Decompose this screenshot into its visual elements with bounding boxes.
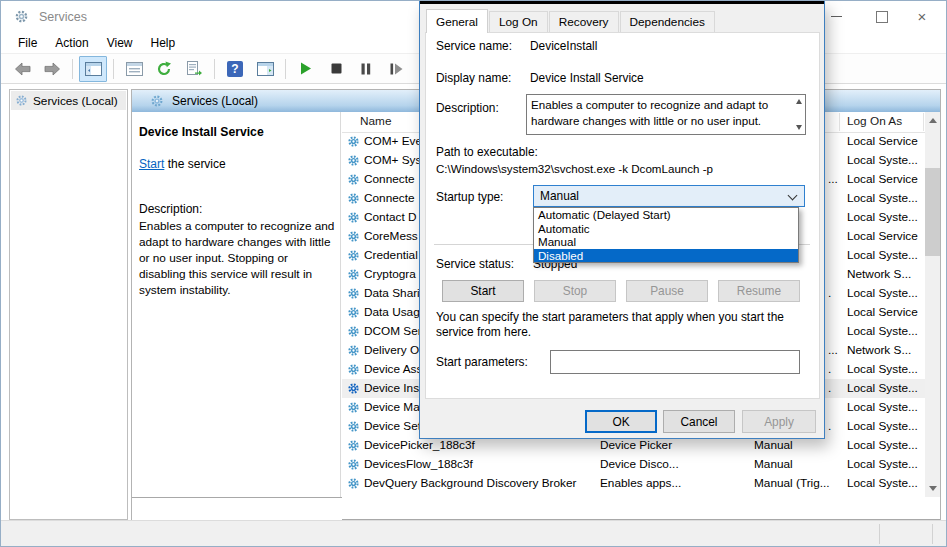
- refresh-button[interactable]: [150, 56, 178, 82]
- refresh-icon: [156, 61, 172, 77]
- startup-option[interactable]: Disabled: [534, 249, 798, 263]
- column-separator[interactable]: [839, 113, 840, 131]
- service-gear-icon: [347, 344, 360, 357]
- description-label: Description:: [139, 202, 202, 216]
- export-list-button[interactable]: [180, 56, 208, 82]
- service-action: Start the service: [139, 157, 226, 171]
- cancel-button[interactable]: Cancel: [663, 410, 735, 433]
- forward-button[interactable]: [38, 56, 66, 82]
- panel-header-label: Services (Local): [172, 94, 258, 108]
- stop-service-button[interactable]: [322, 56, 350, 82]
- stop-button[interactable]: Stop: [534, 280, 616, 302]
- service-logon-as: Local Syste...: [847, 324, 925, 338]
- startup-type-select[interactable]: Manual: [533, 185, 805, 207]
- console-tree-pane: Services (Local): [9, 89, 128, 520]
- menu-file[interactable]: File: [9, 33, 46, 53]
- description-box-text: Enables a computer to recognize and adap…: [531, 97, 789, 129]
- tree-item-services-local[interactable]: Services (Local): [11, 91, 126, 110]
- console-tree-icon: [85, 62, 102, 76]
- scrollbar-thumb[interactable]: [925, 168, 940, 256]
- service-gear-icon: [347, 439, 360, 452]
- service-action-suffix: the service: [168, 157, 226, 171]
- service-gear-icon: [347, 458, 360, 471]
- service-startup-type: Manual: [754, 438, 846, 452]
- service-row[interactable]: DevicesFlow_188c3f Device Disco... Manua…: [342, 455, 925, 474]
- pause-service-icon: [361, 63, 371, 75]
- column-header-name[interactable]: Name: [360, 114, 391, 128]
- service-gear-icon: [347, 192, 360, 205]
- start-service-link[interactable]: Start: [139, 157, 164, 171]
- ok-button[interactable]: OK: [585, 410, 657, 433]
- view-tabs-left-fill: [132, 497, 342, 520]
- menu-view[interactable]: View: [98, 33, 142, 53]
- service-row[interactable]: DevQuery Background Discovery Broker Ena…: [342, 474, 925, 493]
- service-gear-icon: [347, 173, 360, 186]
- chevron-down-icon: [788, 191, 798, 201]
- service-logon-as: Local Syste...: [847, 476, 925, 490]
- pause-service-button[interactable]: [352, 56, 380, 82]
- close-button[interactable]: ×: [903, 1, 941, 32]
- start-button[interactable]: Start: [442, 280, 524, 302]
- tab-log-on[interactable]: Log On: [489, 11, 548, 33]
- service-logon-as: Local Syste...: [847, 153, 925, 167]
- column-separator[interactable]: [923, 113, 924, 131]
- menu-action[interactable]: Action: [46, 33, 97, 53]
- service-startup-type: Manual: [754, 457, 846, 471]
- startup-option[interactable]: Automatic: [534, 222, 798, 236]
- properties-button[interactable]: [120, 56, 148, 82]
- panel-header-gear-icon: [150, 94, 164, 108]
- service-logon-as: Local Syste...: [847, 362, 925, 376]
- service-startup-type: Manual (Trig...: [754, 476, 846, 490]
- forward-icon: [44, 62, 61, 76]
- service-gear-icon: [347, 420, 360, 433]
- service-logon-as: Local Syste...: [847, 248, 925, 262]
- tab-general[interactable]: General: [426, 9, 488, 33]
- service-gear-icon: [347, 211, 360, 224]
- service-logon-as: Network S...: [847, 267, 925, 281]
- show-action-pane-button[interactable]: [251, 56, 279, 82]
- tab-recovery[interactable]: Recovery: [549, 11, 619, 33]
- services-gear-icon: [15, 94, 28, 107]
- startup-option[interactable]: Automatic (Delayed Start): [534, 208, 798, 222]
- service-logon-as: Local Service: [847, 305, 925, 319]
- startup-option[interactable]: Manual: [534, 235, 798, 249]
- service-logon-as: Local Syste...: [847, 400, 925, 414]
- help-button[interactable]: [221, 56, 249, 82]
- start-parameters-input[interactable]: [550, 350, 800, 374]
- description-scroll-up-icon[interactable]: [796, 99, 802, 104]
- dialog-tabs: General Log On Recovery Dependencies: [426, 11, 716, 33]
- service-startup-fragment: .: [828, 286, 844, 300]
- list-scrollbar[interactable]: [925, 112, 940, 497]
- service-gear-icon: [347, 477, 360, 490]
- maximize-button[interactable]: [863, 1, 901, 32]
- dialog-titlebar-edge: [420, 1, 824, 4]
- pause-button[interactable]: Pause: [626, 280, 708, 302]
- description-scroll-down-icon[interactable]: [796, 125, 802, 130]
- scroll-up-button[interactable]: [925, 112, 940, 129]
- service-startup-fragment: .: [828, 419, 844, 433]
- tab-dependencies[interactable]: Dependencies: [620, 11, 715, 33]
- statusbar-separator: [932, 524, 933, 544]
- back-icon: [14, 62, 31, 76]
- toolbar-separator: [72, 59, 73, 79]
- statusbar-separator: [879, 524, 880, 544]
- startup-type-dropdown: Automatic (Delayed Start)AutomaticManual…: [533, 207, 799, 263]
- service-gear-icon: [347, 382, 360, 395]
- resume-button[interactable]: Resume: [718, 280, 800, 302]
- service-properties-dialog: General Log On Recovery Dependencies Ser…: [419, 1, 825, 439]
- service-gear-icon: [347, 325, 360, 338]
- restart-service-icon: [390, 63, 403, 75]
- start-service-button[interactable]: [292, 56, 320, 82]
- menu-help[interactable]: Help: [142, 33, 185, 53]
- restart-service-button[interactable]: [382, 56, 410, 82]
- column-header-logon[interactable]: Log On As: [847, 114, 902, 128]
- apply-button[interactable]: Apply: [742, 410, 816, 433]
- show-console-tree-button[interactable]: [79, 56, 107, 82]
- back-button[interactable]: [8, 56, 36, 82]
- description-box[interactable]: Enables a computer to recognize and adap…: [526, 94, 806, 135]
- service-startup-fragment: .: [828, 381, 844, 395]
- service-gear-icon: [347, 154, 360, 167]
- properties-icon: [126, 62, 143, 76]
- scroll-down-button[interactable]: [925, 480, 940, 497]
- start-parameters-label: Start parameters:: [436, 355, 528, 369]
